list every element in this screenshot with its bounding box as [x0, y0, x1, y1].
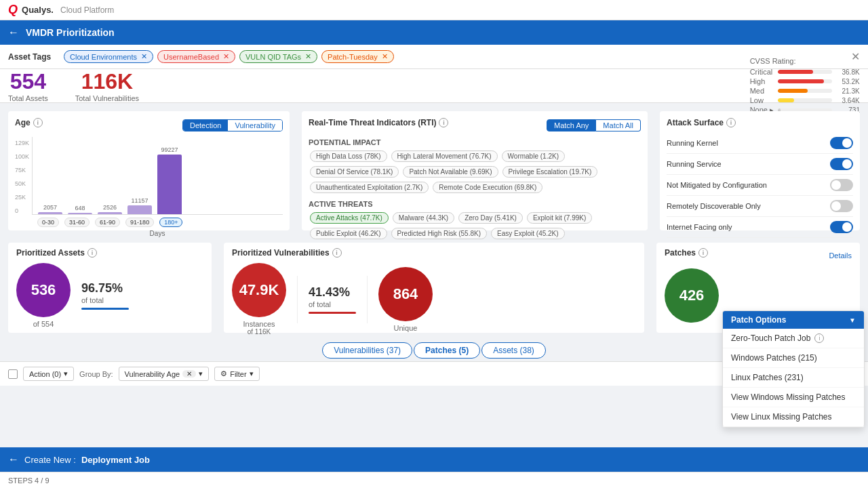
- remotely-discoverable-toggle[interactable]: [830, 200, 853, 212]
- tag-cloud-environments[interactable]: Cloud Environments ✕: [64, 50, 153, 63]
- cvss-low-value: 3.64K: [836, 97, 860, 104]
- y-label-0: 0: [15, 207, 29, 214]
- running-service-label: Running Service: [667, 160, 722, 168]
- group-by-dropdown[interactable]: Vulnerability Age ✕ ▾: [119, 367, 210, 381]
- patches-details-link[interactable]: Details: [829, 251, 852, 260]
- prioritized-assets-pct-sub: of total: [81, 296, 104, 304]
- rti-panel: Real-Time Threat Indicators (RTI) i Matc…: [302, 111, 648, 230]
- patches-info-icon[interactable]: i: [698, 248, 708, 258]
- tab-vulnerabilities[interactable]: Vulnerabilities (37): [322, 342, 412, 359]
- pill-rce[interactable]: Remote Code Execution (69.8K): [433, 182, 542, 193]
- pill-dos[interactable]: Denial Of Service (78.1K): [310, 166, 399, 178]
- not-mitigated-toggle[interactable]: [830, 179, 853, 191]
- prioritized-vulns-unique-circle: 864: [378, 267, 433, 321]
- prioritized-vulns-info[interactable]: i: [332, 248, 342, 258]
- remove-tag-cloud[interactable]: ✕: [141, 52, 147, 61]
- nav-bar: ← VMDR Prioritization: [0, 20, 868, 45]
- bar-val-0: 2057: [43, 204, 57, 211]
- bar-label-4[interactable]: 180+: [159, 218, 182, 227]
- total-assets-label: Total Assets: [8, 94, 48, 102]
- cvss-low-bar-container: [778, 98, 832, 102]
- not-mitigated-label: Not Mitigated by Configuration: [667, 181, 767, 189]
- patch-options-header[interactable]: Patch Options ▼: [723, 311, 864, 329]
- filter-chevron: ▾: [250, 369, 254, 378]
- potential-impact-pills: High Data Loss (78K) High Lateral Moveme…: [309, 149, 641, 195]
- total-assets-number: 554: [8, 69, 48, 94]
- filter-icon: ⚙: [220, 369, 227, 378]
- match-all-btn[interactable]: Match All: [596, 119, 641, 131]
- logo-name: Qualys.: [22, 5, 54, 15]
- view-windows-missing-item[interactable]: View Windows Missing Patches: [723, 388, 864, 407]
- view-linux-missing-item[interactable]: View Linux Missing Patches: [723, 407, 864, 427]
- bar-block-0: [38, 212, 62, 214]
- bar-label-2[interactable]: 61-90: [95, 218, 120, 227]
- vulnerability-toggle[interactable]: Vulnerability: [228, 120, 282, 131]
- cvss-critical-bar-container: [778, 70, 832, 74]
- rti-info-icon[interactable]: i: [439, 118, 448, 127]
- tag-username-based[interactable]: UsernameBased ✕: [157, 50, 235, 63]
- linux-patches-item[interactable]: Linux Patches (231): [723, 368, 864, 388]
- pill-active-attacks[interactable]: Active Attacks (47.7K): [310, 212, 389, 224]
- pill-public-exploit[interactable]: Public Exploit (46.2K): [310, 228, 387, 239]
- cvss-high-bar-container: [778, 79, 832, 83]
- pill-high-data-loss[interactable]: High Data Loss (78K): [310, 150, 387, 162]
- zero-touch-patch-item[interactable]: Zero-Touch Patch Job i: [723, 329, 864, 348]
- pill-unauth-exploit[interactable]: Unauthenticated Exploitation (2.7K): [310, 182, 429, 193]
- create-bar-back-icon[interactable]: ←: [8, 453, 19, 466]
- detection-toggle[interactable]: Detection: [183, 120, 228, 131]
- pill-easy-exploit[interactable]: Easy Exploit (45.2K): [491, 228, 565, 239]
- action-dropdown[interactable]: Action (0) ▾: [23, 367, 74, 381]
- age-toggle-group[interactable]: Detection Vulnerability: [182, 119, 283, 131]
- pill-patch-not-avail[interactable]: Patch Not Available (9.69K): [403, 166, 498, 178]
- cvss-med-label: Med: [750, 87, 774, 95]
- patch-options-dropdown[interactable]: Patch Options ▼ Zero-Touch Patch Job i W…: [722, 310, 865, 428]
- age-panel: Age i Detection Vulnerability 129K 100K …: [8, 111, 290, 230]
- age-info-icon[interactable]: i: [33, 118, 43, 127]
- windows-patches-item[interactable]: Windows Patches (215): [723, 348, 864, 368]
- bar-180+: 99227: [157, 146, 182, 214]
- prioritized-assets-info[interactable]: i: [87, 248, 97, 258]
- attack-surface-info-icon[interactable]: i: [726, 118, 736, 127]
- pill-zero-day[interactable]: Zero Day (5.41K): [458, 212, 523, 224]
- remove-tag-patch[interactable]: ✕: [382, 52, 388, 61]
- prioritized-assets-of-total: of 554: [33, 320, 54, 328]
- pill-exploit-kit[interactable]: Exploit kit (7.99K): [527, 212, 592, 224]
- zero-touch-info-icon[interactable]: i: [814, 333, 824, 343]
- remove-tag-vuln[interactable]: ✕: [305, 52, 311, 61]
- running-service-toggle[interactable]: [830, 158, 853, 170]
- filter-button[interactable]: ⚙ Filter ▾: [214, 367, 259, 381]
- pill-wormable[interactable]: Wormable (1.2K): [502, 150, 565, 162]
- internet-facing-label: Internet Facing only: [667, 223, 732, 231]
- pill-priv-esc[interactable]: Privilege Escalation (19.7K): [502, 166, 598, 178]
- y-label-75k: 75K: [15, 167, 29, 174]
- match-any-btn[interactable]: Match Any: [547, 119, 596, 131]
- group-by-x[interactable]: ✕: [182, 370, 196, 378]
- bar-label-1[interactable]: 31-60: [64, 218, 90, 227]
- y-label-100k: 100K: [15, 153, 29, 160]
- tags-area: Cloud Environments ✕ UsernameBased ✕ VUL…: [64, 50, 840, 63]
- running-kernel-toggle[interactable]: [830, 137, 853, 149]
- pill-high-lateral[interactable]: High Lateral Movement (76.7K): [391, 150, 498, 162]
- select-all-checkbox[interactable]: [8, 369, 18, 379]
- tag-vuln-qid[interactable]: VULN QID TAGs ✕: [239, 50, 317, 63]
- match-group[interactable]: Match Any Match All: [547, 119, 641, 131]
- internet-facing-toggle[interactable]: [830, 221, 853, 233]
- stats-row: 554 Total Assets 116K Total Vulnerabilit…: [0, 69, 868, 103]
- bar-label-3[interactable]: 91-180: [125, 218, 154, 227]
- prioritized-vulns-pct: 41.43%: [309, 285, 350, 299]
- filter-label: Filter: [230, 370, 246, 378]
- nav-back-icon[interactable]: ←: [8, 26, 19, 39]
- tab-patches[interactable]: Patches (5): [414, 342, 480, 359]
- bar-label-0[interactable]: 0-30: [37, 218, 59, 227]
- cvss-critical-label: Critical: [750, 68, 774, 76]
- pill-malware[interactable]: Malware (44.3K): [393, 212, 454, 224]
- linux-patches-label: Linux Patches (231): [731, 373, 804, 382]
- rti-title: Real-Time Threat Indicators (RTI) i: [309, 118, 448, 127]
- tab-assets[interactable]: Assets (38): [481, 342, 546, 359]
- pill-predicted-high[interactable]: Predicted High Risk (55.8K): [391, 228, 487, 239]
- logo: Q Qualys. Cloud Platform: [8, 3, 114, 17]
- tag-patch-tuesday[interactable]: Patch-Tuesday ✕: [321, 50, 394, 63]
- create-bar-text: Create New :: [24, 455, 76, 465]
- cvss-critical: Critical 36.8K: [750, 68, 860, 76]
- remove-tag-username[interactable]: ✕: [223, 52, 229, 61]
